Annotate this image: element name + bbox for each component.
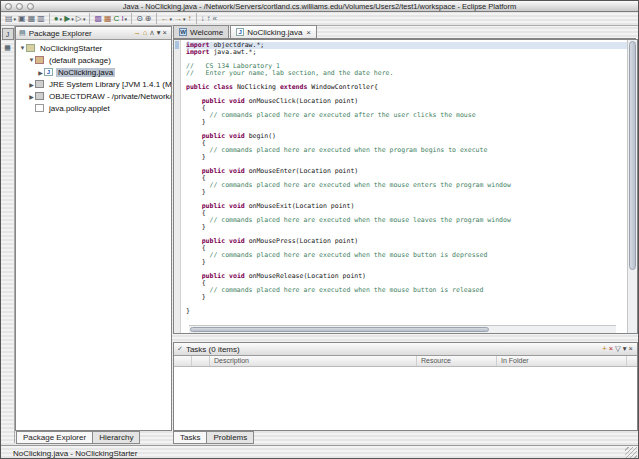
code-line[interactable]: } (186, 224, 627, 231)
new-wizard-dropdown-icon[interactable]: ▾ (14, 16, 17, 22)
tree-expand-closed-icon[interactable]: ▶ (28, 81, 35, 88)
new-interface-icon[interactable]: I▾ (120, 13, 128, 25)
code-line[interactable]: public void onMouseExit(Location point) (186, 203, 627, 210)
code-line[interactable]: public void onMouseEnter(Location point) (186, 168, 627, 175)
new-wizard-icon[interactable]: ▤▾ (4, 13, 17, 25)
code-line[interactable]: } (186, 154, 627, 161)
close-view-icon[interactable]: × (162, 27, 168, 39)
code-line[interactable]: public class NoClicking extends WindowCo… (186, 84, 627, 91)
tree-item-default-package[interactable]: ▼(default package) (16, 54, 171, 66)
editor-hscrollbar[interactable] (189, 325, 616, 333)
code-line[interactable]: } (186, 259, 627, 266)
tasks-header[interactable]: ✓ Tasks (0 items) +×▽▾× (174, 343, 637, 356)
new-java-project-icon[interactable]: ▩ (93, 13, 103, 25)
debug-icon[interactable]: ●▾ (53, 13, 63, 25)
close-tab-icon[interactable]: × (306, 28, 311, 37)
code-line[interactable]: public void onMouseRelease(Location poin… (186, 273, 627, 280)
tree-expand-closed-icon[interactable]: ▶ (28, 93, 35, 100)
external-tools-icon[interactable]: ▷▾ (75, 13, 87, 25)
run-icon[interactable]: ▶▾ (63, 13, 75, 25)
close-view-icon[interactable]: × (628, 343, 634, 355)
minimize-window-button[interactable] (16, 3, 23, 10)
tree-item-jre-system-library-jvm-1-4-1-macos[interactable]: ▶JRE System Library [JVM 1.4.1 (MacOS (16, 78, 171, 90)
forward-dropdown-icon[interactable]: ▾ (183, 16, 186, 22)
tasks-column-in-folder[interactable]: In Folder (497, 356, 627, 366)
zoom-window-button[interactable] (27, 3, 34, 10)
editor-vscroll-thumb[interactable] (629, 41, 636, 270)
back-icon[interactable]: ←▾ (160, 13, 174, 25)
tasks-column-marker-0[interactable] (174, 356, 192, 366)
code-line[interactable]: // commands placed here are executed whe… (186, 252, 627, 259)
code-line[interactable]: // commands placed here are executed whe… (186, 287, 627, 294)
tree-item-java-policy-applet[interactable]: java.policy.applet (16, 102, 171, 114)
new-interface-dropdown-icon[interactable]: ▾ (125, 16, 128, 22)
tasks-column-resource[interactable]: Resource (417, 356, 497, 366)
java-perspective-icon[interactable]: J (2, 28, 14, 40)
title-bar[interactable]: Java - NoClicking.java - /Network/Server… (1, 1, 638, 12)
view-tab-tasks[interactable]: Tasks (173, 431, 207, 444)
package-explorer-header[interactable]: ▤ Package Explorer →⌂∧▾× (16, 27, 171, 40)
forward-icon[interactable]: → (132, 27, 142, 39)
jfile-icon: J (236, 28, 244, 36)
print-icon[interactable]: ▥ (36, 13, 46, 25)
external-tools-dropdown-icon[interactable]: ▾ (83, 16, 86, 22)
run-dropdown-icon[interactable]: ▾ (71, 16, 74, 22)
tasks-toolbar: +×▽▾× (601, 343, 634, 355)
new-package-icon[interactable]: ▦ (103, 13, 113, 25)
tasks-column-description[interactable]: Description (210, 356, 417, 366)
code-line[interactable]: // commands placed here are executed aft… (186, 112, 627, 119)
tree-item-noclickingstarter[interactable]: ▼NoClickingStarter (16, 42, 171, 54)
code-line[interactable]: } (186, 294, 627, 301)
resize-grip-icon[interactable] (625, 447, 637, 459)
package-explorer-title: Package Explorer (29, 29, 133, 38)
code-line[interactable]: // commands placed here are executed whe… (186, 147, 627, 154)
view-tab-problems[interactable]: Problems (206, 431, 254, 444)
editor-vscrollbar[interactable] (627, 40, 637, 333)
editor-tab-label: NoClicking.java (247, 28, 302, 37)
tree-item-objectdraw-private-network-ser[interactable]: ▶OBJECTDRAW - /private/Network/Ser (16, 90, 171, 102)
code-line[interactable]: // commands placed here are executed whe… (186, 217, 627, 224)
tree-item-label: JRE System Library [JVM 1.4.1 (MacOS (47, 80, 171, 89)
code-line[interactable]: public void onMousePress(Location point) (186, 238, 627, 245)
save-all-icon[interactable]: ▦ (27, 13, 37, 25)
tree-expand-open-icon[interactable]: ▼ (28, 57, 35, 63)
tree-expand-closed-icon[interactable]: ▶ (37, 69, 44, 76)
collapse-all-icon[interactable]: ∧ (148, 27, 156, 39)
code-line[interactable]: } (186, 308, 627, 315)
tree-item-noclicking-java[interactable]: ▶JNoClicking.java (16, 66, 171, 78)
code-line[interactable]: public void onMouseClick(Location point) (186, 98, 627, 105)
editor-marker-bar[interactable] (174, 40, 181, 333)
debug-dropdown-icon[interactable]: ▾ (60, 16, 63, 22)
editor-tab-welcome[interactable]: WWelcome (173, 25, 229, 38)
editor-tab-noclicking-java[interactable]: JNoClicking.java× (230, 25, 317, 38)
code-line[interactable]: // commands placed here are executed whe… (186, 182, 627, 189)
new-class-icon[interactable]: C (113, 13, 121, 25)
view-tab-package-explorer[interactable]: Package Explorer (16, 431, 93, 444)
package-icon (35, 56, 44, 64)
back-dropdown-icon[interactable]: ▾ (170, 16, 173, 22)
save-icon[interactable]: ▣ (17, 13, 27, 25)
forward-icon[interactable]: →▾ (173, 13, 187, 25)
editor-hscroll-thumb[interactable] (190, 327, 489, 332)
view-tab-hierarchy[interactable]: Hierarchy (92, 431, 140, 444)
code-line[interactable] (186, 301, 627, 308)
tasks-column-marker-1[interactable] (192, 356, 210, 366)
code-line[interactable]: } (186, 189, 627, 196)
code-line[interactable]: } (186, 119, 627, 126)
tasks-column-headers: DescriptionResourceIn Folder (174, 356, 637, 367)
code-editor[interactable]: import objectdraw.*;import java.awt.*; /… (181, 40, 627, 333)
tasks-table-body[interactable] (174, 367, 637, 430)
search-icon[interactable]: ⊕ (144, 13, 153, 25)
open-type-icon[interactable]: ⊙ (135, 13, 144, 25)
close-window-button[interactable] (5, 3, 12, 10)
tree-expand-open-icon[interactable]: ▼ (19, 45, 26, 51)
filter-icon[interactable]: ▽ (614, 343, 622, 355)
code-line[interactable]: public void begin() (186, 133, 627, 140)
code-line[interactable]: // Enter your name, lab section, and the… (186, 70, 627, 77)
code-line[interactable]: import java.awt.*; (186, 49, 627, 56)
package-explorer-toolbar: →⌂∧▾× (132, 27, 168, 39)
last-edit-location-icon[interactable]: « (212, 13, 218, 25)
right-view-tabs: TasksProblems (173, 431, 253, 444)
up-icon[interactable]: ↑ (187, 13, 193, 25)
resource-perspective-icon[interactable]: ▦ (2, 42, 14, 54)
